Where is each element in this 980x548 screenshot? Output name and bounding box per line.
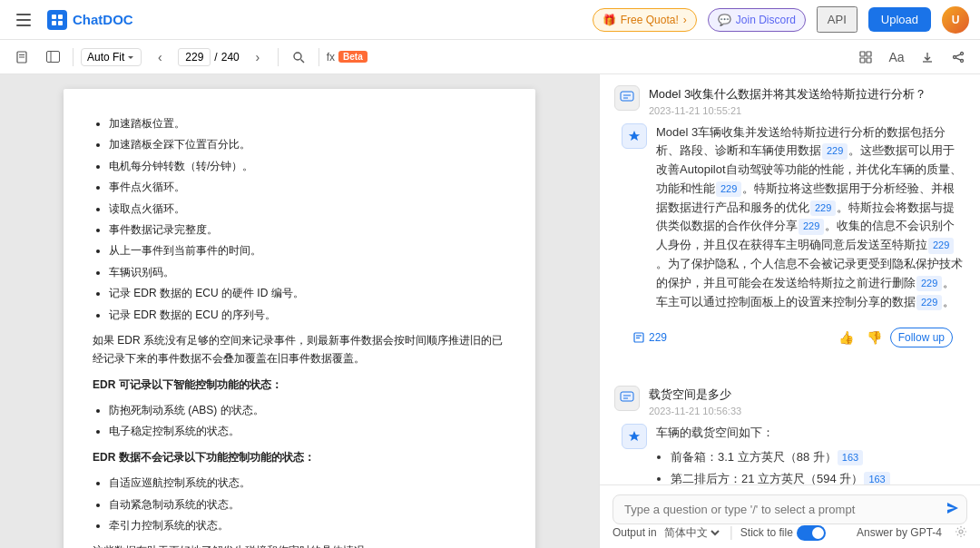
list-item: 记录 EDR 数据的 ECU 的序列号。	[109, 306, 506, 324]
svg-rect-14	[860, 52, 865, 56]
pdf-items-list: 加速踏板位置。 加速踏板全踩下位置百分比。 电机每分钟转数（转/分钟）。 事件点…	[109, 114, 506, 324]
list-item: 防抱死制动系统 (ABS) 的状态。	[109, 401, 506, 419]
zoom-label: Auto Fit	[87, 51, 124, 64]
zoom-selector[interactable]: Auto Fit	[81, 48, 142, 66]
quota-label: Free Quota!	[621, 14, 679, 26]
question-content-1: Model 3收集什么数据并将其发送给特斯拉进行分析？ 2023-11-21 1…	[649, 85, 965, 116]
svg-line-13	[300, 59, 304, 63]
question-icon-2	[614, 386, 640, 411]
prev-page-button[interactable]: ‹	[147, 44, 172, 70]
page-total: 240	[221, 51, 240, 64]
pdf-panel[interactable]: 加速踏板位置。 加速踏板全踩下位置百分比。 电机每分钟转数（转/分钟）。 事件点…	[0, 74, 599, 548]
svg-point-36	[959, 530, 963, 533]
question-text-2: 载货空间是多少	[649, 386, 965, 404]
gift-icon: 🎁	[603, 14, 616, 26]
stick-to-file-toggle: Stick to file	[740, 525, 826, 541]
followup-button-1[interactable]: Follow up	[890, 328, 953, 347]
answer-text-2: 车辆的载货空间如下： 前备箱：3.1 立方英尺（88 升）163 第二排后方：2…	[656, 424, 965, 484]
ref-tag[interactable]: 229	[822, 143, 848, 160]
list-item: 牵引力控制系统的状态。	[109, 516, 506, 534]
upload-button[interactable]: Upload	[868, 7, 931, 32]
svg-rect-6	[58, 21, 63, 25]
answer-icon-1	[622, 123, 647, 149]
page-indicator: 229 / 240	[178, 48, 239, 66]
list-item: 自动紧急制动系统的状态。	[109, 495, 506, 514]
logo-icon	[47, 10, 67, 30]
pdf-para-summary: 这些数据有助于更好地了解发生碰撞和伤害时的具体情况。	[93, 542, 506, 548]
stick-label: Stick to file	[740, 526, 793, 539]
menu-icon[interactable]	[11, 7, 36, 33]
list-item: 读取点火循环。	[109, 200, 506, 218]
thumbup-button-1[interactable]: 👍	[834, 328, 858, 347]
toolbar-right: Aa	[853, 44, 971, 70]
api-button[interactable]: API	[817, 6, 858, 33]
answer-content-2: 车辆的载货空间如下： 前备箱：3.1 立方英尺（88 升）163 第二排后方：2…	[656, 424, 965, 484]
svg-rect-4	[58, 15, 63, 19]
main-content: 加速踏板位置。 加速踏板全踩下位置百分比。 电机每分钟转数（转/分钟）。 事件点…	[0, 74, 980, 548]
free-quota-button[interactable]: 🎁 Free Quota! ›	[593, 8, 697, 32]
chat-answer-2: 车辆的载货空间如下： 前备箱：3.1 立方英尺（88 升）163 第二排后方：2…	[614, 424, 965, 484]
svg-rect-3	[52, 15, 56, 19]
list-item: 从上一事件到当前事件的时间。	[109, 241, 506, 259]
settings-icon-btn[interactable]	[955, 525, 967, 541]
pdf-edr-no-title: EDR 数据不会记录以下功能控制功能的状态：	[93, 448, 506, 466]
toolbar-sep-3	[318, 48, 319, 66]
list-item: 车辆识别码。	[109, 263, 506, 281]
pdf-edr-status-title: EDR 可记录以下智能控制功能的状态：	[93, 376, 506, 394]
svg-rect-1	[16, 19, 31, 21]
thumbdown-button-1[interactable]: 👎	[862, 328, 887, 347]
svg-point-21	[961, 59, 964, 62]
svg-rect-2	[16, 24, 31, 26]
list-item: 电机每分钟转数（转/分钟）。	[109, 157, 506, 175]
chat-qa-1: Model 3收集什么数据并将其发送给特斯拉进行分析？ 2023-11-21 1…	[614, 85, 965, 349]
chat-question-1: Model 3收集什么数据并将其发送给特斯拉进行分析？ 2023-11-21 1…	[614, 85, 965, 116]
pdf-page-227: 加速踏板位置。 加速踏板全踩下位置百分比。 电机每分钟转数（转/分钟）。 事件点…	[64, 89, 535, 548]
chat-input-area: Output in 简体中文 English | Stick to file A…	[600, 484, 980, 548]
question-icon-1	[614, 85, 640, 111]
pdf-edr-status-list: 防抱死制动系统 (ABS) 的状态。 电子稳定控制系统的状态。	[109, 401, 506, 441]
chat-input[interactable]	[612, 494, 967, 524]
page-input[interactable]: 229	[178, 48, 211, 66]
download-button[interactable]	[915, 44, 940, 70]
list-item: 记录 EDR 数据的 ECU 的硬件 ID 编号。	[109, 284, 506, 302]
new-doc-button[interactable]	[9, 44, 34, 70]
svg-rect-30	[621, 392, 633, 401]
svg-line-23	[956, 57, 960, 59]
svg-rect-17	[867, 58, 871, 63]
sidebar-toggle-button[interactable]	[40, 44, 65, 70]
language-select[interactable]: 简体中文 English	[661, 525, 722, 540]
output-label: Output in	[612, 526, 657, 539]
svg-rect-15	[867, 52, 871, 56]
pdf-edr-no-list: 自适应巡航控制系统的状态。 自动紧急制动系统的状态。 牵引力控制系统的状态。	[109, 474, 506, 534]
list-item: 加速踏板全踩下位置百分比。	[109, 135, 506, 153]
chat-send-button[interactable]	[946, 501, 960, 519]
beta-badge: Beta	[338, 51, 368, 63]
svg-point-12	[294, 53, 301, 60]
stick-switch[interactable]	[797, 525, 826, 541]
svg-rect-16	[860, 58, 865, 63]
gpt-label-text: Answer by GPT-4	[857, 526, 942, 539]
next-page-button[interactable]: ›	[245, 44, 270, 70]
thumbs-btns-1: 👍 👎 Follow up	[834, 328, 953, 347]
layout-button[interactable]: Aa	[884, 44, 909, 70]
chat-messages: Model 3收集什么数据并将其发送给特斯拉进行分析？ 2023-11-21 1…	[600, 74, 980, 484]
chat-input-bottom: Output in 简体中文 English | Stick to file A…	[612, 524, 967, 541]
chat-qa-2: 载货空间是多少 2023-11-21 10:56:33 车辆的载货空间如下： 前…	[614, 386, 965, 484]
fx-indicator: fx Beta	[327, 51, 368, 64]
svg-rect-0	[16, 14, 31, 15]
text-view-button[interactable]	[853, 44, 878, 70]
question-text-1: Model 3收集什么数据并将其发送给特斯拉进行分析？	[649, 85, 965, 103]
chat-footer-1: 229 👍 👎 Follow up	[614, 324, 965, 349]
chat-input-wrapper	[612, 494, 967, 524]
chat-panel: Model 3收集什么数据并将其发送给特斯拉进行分析？ 2023-11-21 1…	[599, 74, 980, 548]
answer-icon-2	[622, 424, 647, 449]
search-button[interactable]	[286, 44, 311, 70]
share-button[interactable]	[946, 44, 971, 70]
question-time-1: 2023-11-21 10:55:21	[649, 105, 965, 116]
citation-button-1[interactable]: 229	[627, 328, 672, 347]
chat-answer-1: Model 3车辆收集并发送给特斯拉进行分析的数据包括分析、路段、诊断和车辆使用…	[614, 123, 965, 318]
user-avatar[interactable]: U	[942, 6, 969, 34]
join-discord-button[interactable]: 💬 Join Discord	[708, 8, 806, 32]
svg-point-20	[954, 55, 956, 58]
pdf-para-edr: 如果 EDR 系统没有足够的空间来记录事件，则最新事件数据会按时间顺序推进旧的已…	[93, 331, 506, 368]
